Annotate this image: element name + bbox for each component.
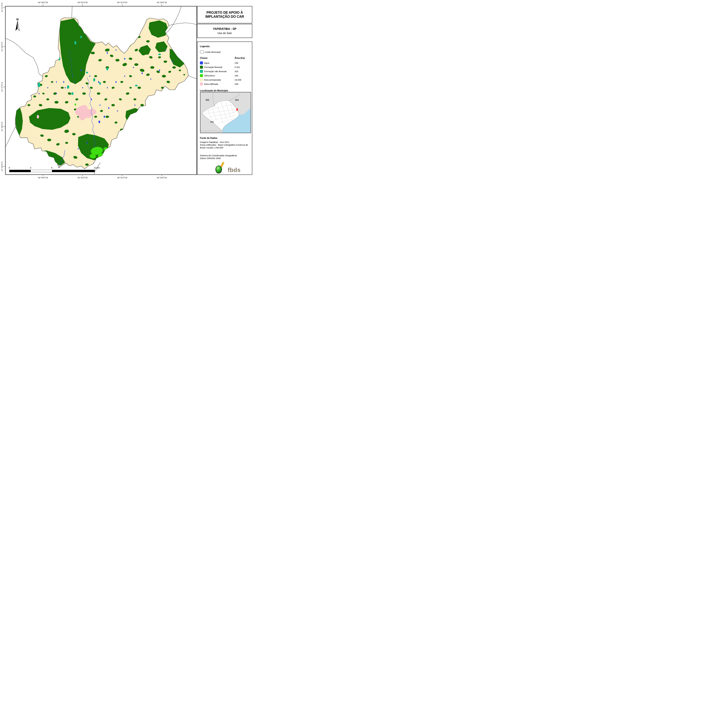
legend-row: Formação não florestal320 [200,69,250,73]
lat-label-left: 21°33'0"S [1,162,3,171]
lat-label-left: 21°30'0"S [1,122,3,131]
legend-swatch [200,74,203,77]
source-paragraph-1: Imagens Rapideye - Ano 2012Áreas edifica… [200,141,249,149]
lon-label-top: 46°48'0"W [38,1,48,4]
lon-tick-bottom [162,174,162,176]
legend-class-label: Área antropizada [204,79,221,81]
legend-class-label: Formação não florestal [204,70,226,73]
legend-row: Área edificada249 [200,82,250,86]
lon-label-bottom: 46°42'0"W [117,176,127,179]
legend-swatch [200,78,203,81]
land-use-map [6,6,196,174]
lon-label-bottom: 46°45'0"W [78,176,88,179]
location-inset-map: MSMGPR [200,92,251,133]
lat-label-left: 21°24'0"S [1,42,3,52]
limite-municipal-row: Limite Municipal [200,50,220,53]
project-title: PROJETO DE APOIO À IMPLANTAÇÃO DO CAR [200,11,249,18]
legend-area-value: 5.331 [234,66,240,69]
legend-class-rows: Água150Formação florestal5.331Formação n… [200,61,250,86]
source-paragraph-2: Sistema de Coordenadas GeográficasDatum … [200,154,249,160]
legend-area-value: 320 [234,70,238,73]
limite-municipal-swatch [200,50,204,53]
lon-label-bottom: 46°39'0"W [157,176,167,179]
legend-column-headers: Classe Área (ha) [200,57,250,60]
location-heading: Localização do Município [200,89,228,92]
lon-label-top: 46°45'0"W [78,1,88,4]
map-sheet: N 46°48'0"W46°48'0"W46°45'0"W46°45'0"W46… [0,0,255,180]
municipality-title: TAPIRATIBA - SP [213,27,237,31]
state-label: MS [206,99,209,101]
col-classe: Classe [200,57,208,59]
legend-class-label: Silvicultura [204,74,215,77]
state-label: MG [235,99,239,101]
legend-heading: Legenda [200,45,210,48]
state-label: PR [210,121,214,124]
main-map-frame: N [5,6,197,175]
fbds-logo: fbds [215,162,247,175]
legend-row: Água150 [200,61,250,65]
col-area: Área (ha) [234,57,245,60]
legend-row: Área antropizada16.039 [200,78,250,82]
legend-row: Silvicultura164 [200,73,250,78]
source-line: Datum SIRGAS 2000 [200,157,249,160]
lon-tick-top [122,4,122,6]
legend-class-label: Área edificada [204,83,218,85]
north-label: N [14,18,21,21]
legend-swatch [200,70,203,73]
lat-label-left: 21°21'0"S [1,3,3,12]
legend-class-label: Formação florestal [204,66,222,69]
lon-label-top: 46°42'0"W [117,1,127,4]
logo-green-sphere [216,166,222,173]
legend-area-value: 150 [234,62,238,64]
lon-tick-top [162,4,162,6]
lat-label-left: 21°27'0"S [1,82,3,92]
state-location-map [200,92,251,133]
north-arrow-icon [15,21,20,31]
legend-class-label: Água [204,62,209,64]
lat-tick-left [3,87,5,87]
lon-label-top: 46°39'0"W [157,1,167,4]
map-subtitle: Uso do Solo [217,32,232,35]
legend-area-value: 164 [234,74,238,77]
legend-swatch [200,82,203,85]
legend-box: Legenda Limite Municipal Classe Área (ha… [197,41,252,175]
source-heading: Fonte de Dados [200,137,217,139]
source-line: Imagens Rapideye - Ano 2012 [200,141,249,143]
north-arrow: N [14,18,21,34]
legend-swatch [200,61,203,64]
legend-row: Formação florestal5.331 [200,65,250,69]
fbds-logo-text: fbds [228,167,240,173]
lon-tick-bottom [122,174,122,176]
lat-tick-left [3,7,5,8]
source-line: Sistema de Coordenadas Geográficas [200,154,249,157]
legend-area-value: 249 [234,83,238,85]
title-box: PROJETO DE APOIO À IMPLANTAÇÃO DO CAR [197,6,252,23]
lon-label-bottom: 46°48'0"W [38,176,48,179]
legend-swatch [200,66,203,69]
subtitle-box: TAPIRATIBA - SP Uso do Solo [197,24,252,38]
fbds-logo-icon [215,162,228,175]
legend-area-value: 16.039 [234,79,241,81]
source-line: Áreas edificadas - Base Cartográfica Con… [200,143,249,149]
limite-municipal-label: Limite Municipal [205,51,220,53]
